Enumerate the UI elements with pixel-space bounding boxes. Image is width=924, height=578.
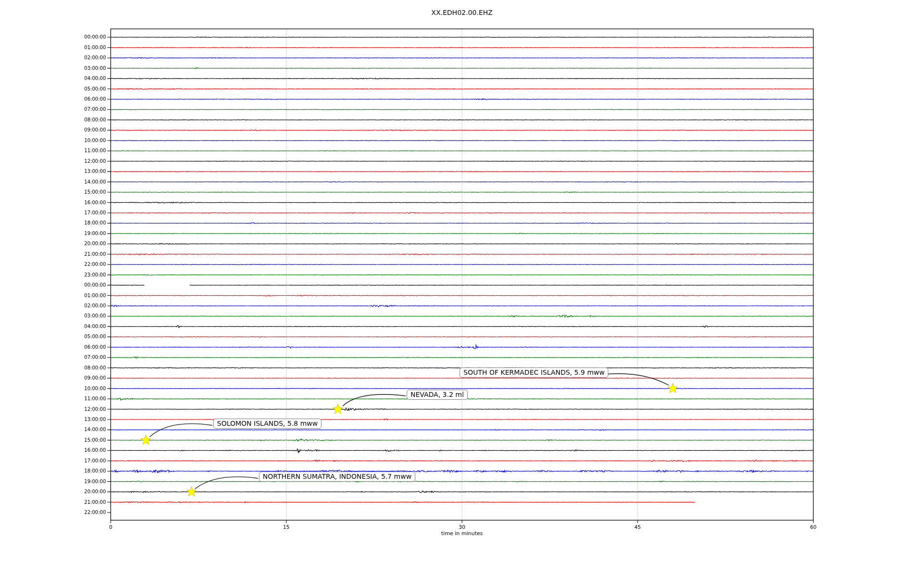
event-annotation-solomon: SOLOMON ISLANDS, 5.8 mww (213, 419, 321, 429)
row-label: 01:00:00 (19, 45, 106, 51)
seismogram-figure: XX.EDH02.00.EHZ 00:00:0001:00:0002:00:00… (0, 0, 924, 578)
row-label: 12:00:00 (19, 407, 106, 412)
row-label: 02:00:00 (19, 303, 106, 309)
row-label: 17:00:00 (19, 210, 106, 216)
row-label: 08:00:00 (19, 365, 106, 371)
row-label: 09:00:00 (19, 375, 106, 381)
row-label: 06:00:00 (19, 96, 106, 102)
row-label: 14:00:00 (19, 427, 106, 433)
x-tick-label: 60 (810, 524, 816, 530)
row-label: 22:00:00 (19, 262, 106, 267)
event-annotation-nevada: NEVADA, 3.2 ml (407, 390, 468, 400)
row-label: 11:00:00 (19, 396, 106, 402)
row-label: 16:00:00 (19, 447, 106, 453)
row-label: 05:00:00 (19, 86, 106, 92)
row-label: 08:00:00 (19, 117, 106, 123)
row-label: 00:00:00 (19, 282, 106, 288)
row-label: 19:00:00 (19, 479, 106, 485)
row-label: 02:00:00 (19, 55, 106, 61)
event-annotation-kermadec: SOUTH OF KERMADEC ISLANDS, 5.9 mww (460, 368, 608, 378)
row-label: 20:00:00 (19, 489, 106, 495)
row-label: 15:00:00 (19, 189, 106, 195)
row-label: 20:00:00 (19, 241, 106, 247)
row-label: 14:00:00 (19, 179, 106, 185)
row-label: 04:00:00 (19, 324, 106, 329)
plot-title: XX.EDH02.00.EHZ (111, 9, 813, 16)
row-label: 23:00:00 (19, 272, 106, 278)
x-tick-label: 45 (634, 524, 641, 530)
row-label: 16:00:00 (19, 200, 106, 206)
row-label: 10:00:00 (19, 386, 106, 392)
row-label: 09:00:00 (19, 127, 106, 133)
row-label: 21:00:00 (19, 499, 106, 505)
x-tick-label: 30 (459, 524, 465, 530)
row-label: 15:00:00 (19, 437, 106, 443)
row-label: 07:00:00 (19, 355, 106, 360)
helicorder-trace-canvas (0, 0, 924, 578)
row-label: 04:00:00 (19, 76, 106, 81)
row-label: 18:00:00 (19, 220, 106, 226)
row-label: 13:00:00 (19, 169, 106, 174)
row-label: 13:00:00 (19, 417, 106, 422)
row-label: 03:00:00 (19, 66, 106, 71)
x-tick-label: 15 (283, 524, 289, 530)
x-tick-label: 0 (109, 524, 113, 530)
row-label: 19:00:00 (19, 231, 106, 236)
row-label: 21:00:00 (19, 251, 106, 257)
row-label: 22:00:00 (19, 510, 106, 515)
row-label: 10:00:00 (19, 138, 106, 144)
row-label: 06:00:00 (19, 344, 106, 350)
row-label: 17:00:00 (19, 458, 106, 464)
x-axis-label: time in minutes (111, 530, 813, 537)
row-label: 07:00:00 (19, 106, 106, 112)
row-label: 00:00:00 (19, 34, 106, 40)
event-annotation-sumatra: NORTHERN SUMATRA, INDONESIA, 5.7 mww (259, 472, 415, 482)
row-label: 03:00:00 (19, 313, 106, 319)
row-label: 18:00:00 (19, 468, 106, 474)
row-label: 05:00:00 (19, 334, 106, 340)
row-label: 11:00:00 (19, 148, 106, 154)
row-label: 12:00:00 (19, 158, 106, 164)
row-label: 01:00:00 (19, 293, 106, 299)
